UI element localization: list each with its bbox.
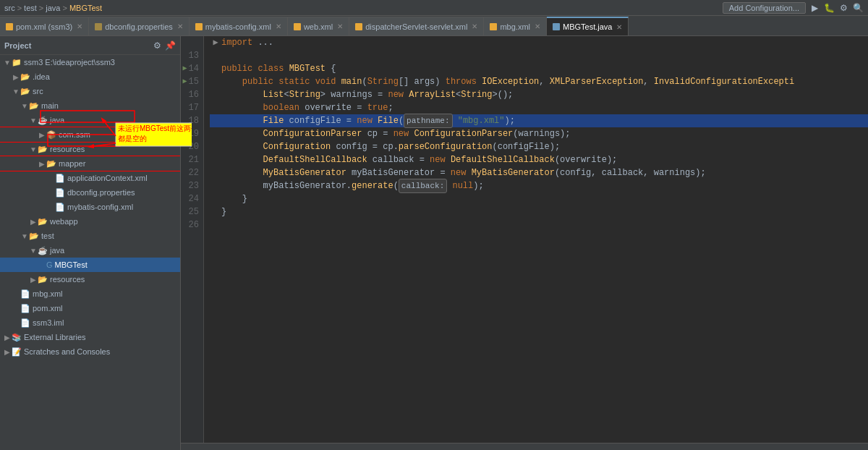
- tab-dbconfig[interactable]: dbconfig.properties ✕: [89, 17, 190, 35]
- arrow-src: ▼: [12, 88, 20, 95]
- tab-mybatis-config[interactable]: mybatis-config.xml ✕: [190, 17, 288, 35]
- search-icon[interactable]: 🔍: [852, 2, 864, 14]
- tab-web-xml[interactable]: web.xml ✕: [288, 17, 349, 35]
- tree-item-external-libs[interactable]: ▶ 📚 External Libraries: [0, 330, 180, 344]
- tree-label-test-resources: resources: [50, 275, 85, 284]
- tree-item-mapper[interactable]: ▶ 📂 mapper: [0, 156, 180, 171]
- tree-label-mbg: mbg.xml: [33, 289, 63, 298]
- project-icon: 📁: [12, 58, 22, 67]
- tree-item-scratches[interactable]: ▶ 📝 Scratches and Consoles: [0, 344, 180, 359]
- code-line-21: DefaultShellCallback callback = new Defa…: [210, 153, 868, 166]
- tree-item-dbconfig[interactable]: ▶ 📄 dbconfig.properties: [0, 185, 180, 200]
- folder-main-icon: 📂: [29, 101, 39, 111]
- close-tab-mbgtest[interactable]: ✕: [616, 23, 622, 31]
- tree-item-iml[interactable]: ▶ 📄 ssm3.iml: [0, 315, 180, 330]
- tree-item-resources[interactable]: ▼ 📂 resources: [0, 142, 180, 156]
- tree-item-test-resources[interactable]: ▶ 📂 resources: [0, 272, 180, 286]
- line-numbers: 13 ▶ 14 ▶ 15 16 17 18 19 20 21 22: [181, 36, 204, 443]
- tree-label-scratches: Scratches and Consoles: [24, 347, 110, 356]
- close-tab-mybatis[interactable]: ✕: [276, 22, 281, 30]
- tree-item-appcontext[interactable]: ▶ 📄 applicationContext.xml: [0, 171, 180, 185]
- tab-icon-pom: [6, 23, 13, 30]
- code-line-19: ConfigurationParser cp = new Configurati…: [210, 127, 868, 140]
- tree-item-webapp[interactable]: ▶ 📂 webapp: [0, 214, 180, 229]
- title-bar: src > test > java > MBGTest Add Configur…: [0, 0, 868, 16]
- tree-item-main-java[interactable]: ▼ ☕ java: [0, 113, 180, 127]
- java-folder-icon: ☕: [38, 116, 48, 125]
- resources-folder-icon: 📂: [38, 145, 48, 154]
- debug-icon[interactable]: 🐛: [823, 2, 835, 14]
- sidebar-pin-icon[interactable]: 📌: [164, 40, 176, 51]
- tree-item-mybatis[interactable]: ▶ 📄 mybatis-config.xml: [0, 200, 180, 214]
- line-num-import: [181, 36, 203, 49]
- close-tab-pom[interactable]: ✕: [77, 22, 82, 30]
- tab-label-mybatis: mybatis-config.xml: [205, 22, 271, 31]
- code-content: 13 ▶ 14 ▶ 15 16 17 18 19 20 21 22: [181, 36, 868, 443]
- arrow-scratches: ▶: [3, 348, 12, 356]
- tab-mbgtest-java[interactable]: MBGTest.java ✕: [547, 17, 629, 35]
- tree-label-resources: resources: [50, 145, 85, 153]
- code-line-18: File configFile = new File ( pathname: "…: [210, 114, 868, 127]
- breadcrumb-java: java: [46, 4, 60, 12]
- webapp-folder-icon: 📂: [38, 217, 48, 226]
- settings-icon[interactable]: ⚙: [838, 2, 849, 14]
- tree-item-mbg-xml[interactable]: ▶ 📄 mbg.xml: [0, 286, 180, 301]
- tree-item-idea[interactable]: ▶ 📂 .idea: [0, 69, 180, 84]
- run-icon[interactable]: ▶: [809, 2, 820, 14]
- pom-xml-icon: 📄: [20, 304, 30, 313]
- code-line-23: myBatisGenerator. generate ( callback: n…: [210, 179, 868, 192]
- tab-dispatcher[interactable]: dispatcherServlet-servlet.xml ✕: [349, 17, 484, 35]
- folder-idea-icon: 📂: [20, 72, 30, 82]
- tree-label-ssm3: ssm3 E:\ideaproject\ssm3: [24, 58, 115, 67]
- close-tab-mbg[interactable]: ✕: [535, 22, 540, 30]
- sidebar-settings-icon[interactable]: ⚙: [151, 40, 163, 51]
- folder-src-icon: 📂: [20, 87, 30, 96]
- line-num-13: 13: [181, 49, 203, 62]
- app-window: src > test > java > MBGTest Add Configur…: [0, 0, 868, 450]
- tree-item-com-ssm[interactable]: ▶ 📦 com.ssm: [0, 127, 180, 142]
- xml-icon-appcontext: 📄: [55, 174, 65, 183]
- line-num-15: ▶ 15: [181, 75, 203, 88]
- package-icon: 📦: [46, 130, 56, 140]
- tree-label-external: External Libraries: [24, 333, 86, 341]
- code-line-import: ▶ import ...: [210, 36, 868, 49]
- tree-item-test-java[interactable]: ▼ ☕ java: [0, 243, 180, 258]
- tab-pom-xml[interactable]: pom.xml (ssm3) ✕: [0, 17, 89, 35]
- close-tab-web[interactable]: ✕: [337, 22, 343, 30]
- tree-label-main: main: [41, 101, 59, 110]
- tab-label-db: dbconfig.properties: [105, 22, 173, 31]
- tab-label-pom: pom.xml (ssm3): [16, 22, 72, 31]
- line-num-22: 22: [181, 166, 203, 179]
- code-lines: ▶ import ... public class MBGTest {: [204, 36, 868, 443]
- horizontal-scrollbar[interactable]: [181, 443, 868, 450]
- tree-item-ssm3[interactable]: ▼ 📁 ssm3 E:\ideaproject\ssm3: [0, 55, 180, 69]
- tree-item-src[interactable]: ▼ 📂 src: [0, 84, 180, 98]
- line-num-21: 21: [181, 153, 203, 166]
- tab-mbg[interactable]: mbg.xml ✕: [484, 17, 547, 35]
- tree-label-src: src: [33, 87, 43, 95]
- sidebar-header: Project ⚙ 📌: [0, 36, 180, 55]
- tree-item-main[interactable]: ▼ 📂 main: [0, 98, 180, 113]
- close-tab-dispatcher[interactable]: ✕: [472, 22, 477, 30]
- prop-icon: 📄: [55, 188, 65, 198]
- code-line-26: [210, 218, 868, 232]
- arrow-main: ▼: [20, 102, 29, 110]
- tab-icon-mbg: [490, 23, 497, 30]
- tree-label-iml: ssm3.iml: [33, 318, 64, 327]
- tab-label-dispatcher: dispatcherServlet-servlet.xml: [365, 22, 467, 31]
- tab-icon-mbgtest: [553, 23, 560, 30]
- tab-icon-db: [95, 23, 102, 30]
- line-num-20: 20: [181, 140, 203, 153]
- add-configuration-button[interactable]: Add Configuration...: [723, 2, 806, 14]
- arrow-resources: ▼: [29, 145, 38, 153]
- run-button-15[interactable]: ▶: [183, 75, 187, 88]
- close-tab-db[interactable]: ✕: [177, 22, 183, 30]
- tree-item-pom-xml[interactable]: ▶ 📄 pom.xml: [0, 301, 180, 315]
- line-num-24: 24: [181, 192, 203, 205]
- tab-label-mbgtest: MBGTest.java: [563, 22, 612, 31]
- code-editor[interactable]: 13 ▶ 14 ▶ 15 16 17 18 19 20 21 22: [181, 36, 868, 450]
- tree-item-mbgtest[interactable]: ▶ G MBGTest: [0, 258, 180, 272]
- tree-item-test[interactable]: ▼ 📂 test: [0, 229, 180, 243]
- run-button-14[interactable]: ▶: [183, 62, 187, 75]
- breadcrumb: src > test > java > MBGTest: [4, 4, 102, 12]
